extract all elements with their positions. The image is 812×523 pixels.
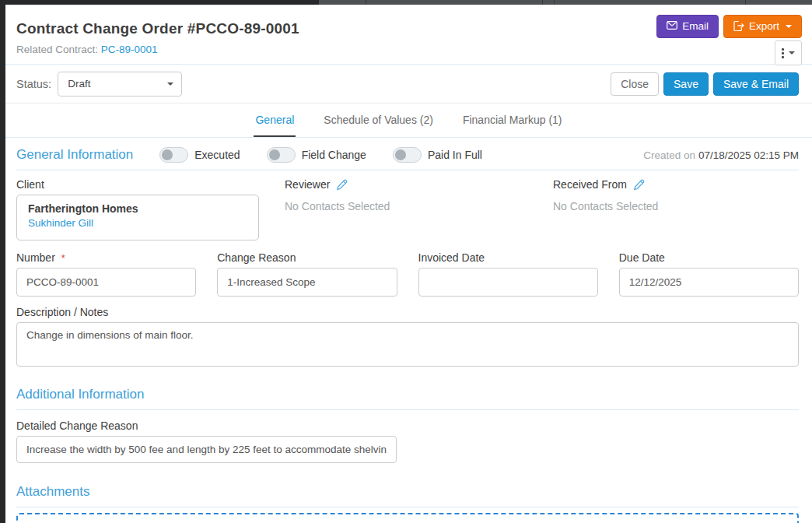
email-icon <box>667 21 677 32</box>
detailed-change-reason-label: Detailed Change Reason <box>16 419 799 432</box>
fields-row: Number * Change Reason Invoiced Date Due… <box>16 251 799 297</box>
reviewer-label: Reviewer <box>285 178 330 191</box>
additional-information-header: Additional Information <box>16 387 799 410</box>
general-information-heading: General Information <box>16 147 133 163</box>
status-select-value: Draft <box>68 78 90 90</box>
related-contract-link[interactable]: PC-89-0001 <box>101 44 158 55</box>
toggle-paid-in-full[interactable]: Paid In Full <box>393 147 482 163</box>
toggle-switch-icon <box>393 147 422 163</box>
toggle-executed-label: Executed <box>194 149 240 161</box>
client-label: Client <box>16 178 285 191</box>
change-reason-input[interactable] <box>217 268 397 297</box>
export-icon <box>733 20 744 33</box>
created-on: Created on 07/18/2025 02:15 PM <box>643 149 799 161</box>
kebab-icon <box>782 48 784 58</box>
save-button[interactable]: Save <box>663 72 709 96</box>
attachments-header: Attachments <box>16 484 799 507</box>
tab-general[interactable]: General <box>254 104 296 137</box>
required-asterisk: * <box>61 252 65 264</box>
email-button[interactable]: Email <box>656 15 719 38</box>
additional-information-heading: Additional Information <box>16 387 144 402</box>
export-button-label: Export <box>749 21 779 32</box>
number-label: Number <box>16 251 55 264</box>
email-button-label: Email <box>682 21 709 32</box>
toggle-field-change-label: Field Change <box>302 149 366 161</box>
contacts-row: Client Fartherington Homes Sukhinder Gil… <box>16 178 799 240</box>
received-from-label: Received From <box>553 178 627 191</box>
general-information-header: General Information Executed Field Chang… <box>16 147 799 170</box>
header-actions: Email Export <box>656 15 802 38</box>
tab-financial-markup[interactable]: Financial Markup (1) <box>461 104 564 137</box>
detailed-change-reason-input[interactable] <box>16 436 397 463</box>
toggle-switch-icon <box>267 147 296 163</box>
invoiced-date-field-group: Invoiced Date <box>418 251 598 297</box>
invoiced-date-input[interactable] <box>418 268 598 297</box>
tab-schedule-of-values[interactable]: Schedule of Values (2) <box>322 104 435 137</box>
more-options-button[interactable] <box>775 40 802 65</box>
client-company: Fartherington Homes <box>28 202 247 215</box>
save-email-button[interactable]: Save & Email <box>713 72 799 96</box>
status-select[interactable]: Draft <box>58 72 182 97</box>
reviewer-column: Reviewer No Contacts Selected <box>285 178 553 240</box>
received-from-empty-text: No Contacts Selected <box>553 200 799 212</box>
detailed-change-reason-group: Detailed Change Reason <box>16 419 799 463</box>
chevron-down-icon <box>786 25 792 28</box>
status-label: Status: <box>16 78 51 90</box>
description-label: Description / Notes <box>16 306 799 318</box>
due-date-label: Due Date <box>619 251 799 264</box>
created-on-value: 07/18/2025 02:15 PM <box>698 149 799 161</box>
edit-received-from-icon[interactable] <box>633 179 645 191</box>
due-date-field-group: Due Date <box>619 251 799 297</box>
chevron-down-icon <box>167 82 173 86</box>
toggle-switch-icon <box>159 147 188 163</box>
general-tab-content: General Information Executed Field Chang… <box>5 147 812 523</box>
toggle-executed[interactable]: Executed <box>159 147 240 163</box>
attachments-dropzone[interactable] <box>16 513 799 523</box>
related-contract-label: Related Contract: <box>16 44 98 55</box>
modal-header: Contract Change Order #PCCO-89-0001 Rela… <box>5 5 812 65</box>
status-actions: Close Save Save & Email <box>611 72 799 96</box>
client-column: Client Fartherington Homes Sukhinder Gil… <box>16 178 285 240</box>
client-contact-link[interactable]: Sukhinder Gill <box>28 217 93 229</box>
status-bar: Status: Draft Close Save Save & Email <box>5 65 812 104</box>
due-date-input[interactable] <box>619 268 799 297</box>
tab-bar: General Schedule of Values (2) Financial… <box>5 104 812 138</box>
created-on-label: Created on <box>643 149 695 161</box>
description-field-group: Description / Notes Change in dimensions… <box>16 306 799 370</box>
export-button[interactable]: Export <box>723 15 802 38</box>
received-from-column: Received From No Contacts Selected <box>553 178 799 240</box>
client-card[interactable]: Fartherington Homes Sukhinder Gill <box>16 195 259 240</box>
invoiced-date-label: Invoiced Date <box>418 251 598 264</box>
change-reason-label: Change Reason <box>217 251 397 264</box>
toggle-field-change[interactable]: Field Change <box>267 147 366 163</box>
number-field-group: Number * <box>16 251 196 297</box>
attachments-heading: Attachments <box>16 484 90 500</box>
reviewer-empty-text: No Contacts Selected <box>285 200 553 212</box>
edit-reviewer-icon[interactable] <box>336 179 348 191</box>
description-textarea[interactable]: Change in dimensions of main floor. <box>16 322 799 367</box>
number-input[interactable] <box>16 268 196 297</box>
close-button[interactable]: Close <box>611 72 659 96</box>
toggle-paid-in-full-label: Paid In Full <box>428 149 482 161</box>
change-reason-field-group: Change Reason <box>217 251 397 297</box>
change-order-modal: Contract Change Order #PCCO-89-0001 Rela… <box>5 5 812 523</box>
related-contract: Related Contract: PC-89-0001 <box>16 44 801 55</box>
chevron-down-icon <box>789 51 795 54</box>
